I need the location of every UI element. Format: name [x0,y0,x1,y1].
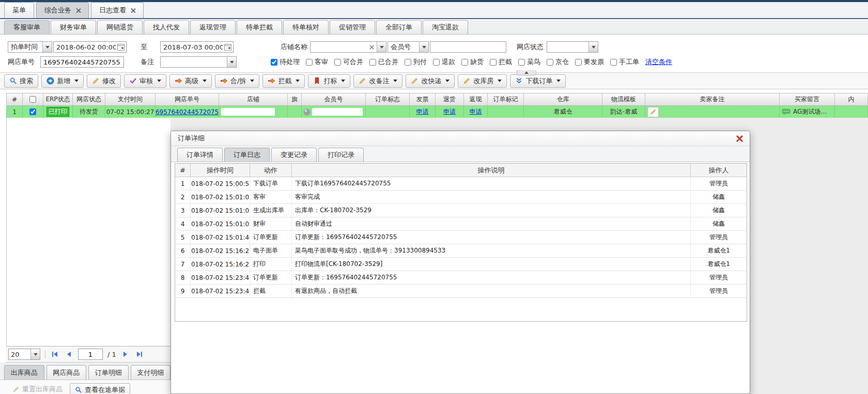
checkbox-input[interactable] [610,59,617,66]
module-tab-special-check[interactable]: 特单核对 [283,20,329,34]
last-page-button[interactable] [135,350,144,359]
calendar-icon[interactable] [223,43,233,51]
search-button[interactable]: 搜索 [4,74,38,88]
checkbox-pending[interactable]: 待处理 [271,57,300,67]
col-return[interactable]: 退货 [436,93,464,105]
checkbox-input[interactable] [547,59,553,66]
col-flag[interactable]: 旗 [288,93,302,105]
col-shop[interactable]: 店铺 [219,93,288,105]
col-seller-remark[interactable]: 卖家备注 [645,93,780,105]
edit-warehouse-button[interactable]: 改库房 [458,74,507,88]
col-order-no[interactable]: 网店单号 [156,93,219,105]
win-tab-log-view[interactable]: 日志查看 [91,2,144,18]
mark-button[interactable]: 打标 [308,74,350,88]
checkbox-input[interactable] [518,59,525,66]
page-input[interactable] [78,349,103,360]
col-invoice[interactable]: 发票 [410,93,436,105]
download-orders-button[interactable]: 下载订单 [510,74,566,88]
intercept-button[interactable]: 拦截 [262,74,305,88]
time-type-select[interactable]: 拍单时间 [8,41,52,53]
col-internal[interactable]: 内 [835,93,868,105]
checkbox-input[interactable] [490,59,497,66]
col-pay-time[interactable]: 支付时间 [105,93,156,105]
col-order-mark[interactable]: 订单标志 [366,93,410,105]
checkbox-input[interactable] [271,59,277,66]
clear-icon[interactable] [366,45,377,50]
tab-change-record[interactable]: 变更记录 [271,148,317,162]
checkbox-jd-warehouse[interactable]: 京仓 [547,57,569,67]
next-page-button[interactable] [121,350,130,359]
checkbox-input[interactable] [369,59,376,66]
checkbox-manual-order[interactable]: 手工单 [610,57,639,67]
log-row[interactable]: 7 2018-07-02 15:16:21 打印 打印物流单[CK-180702… [175,258,747,271]
checkbox-cainiao[interactable]: 菜鸟 [518,57,540,67]
chevron-down-icon[interactable] [227,57,236,67]
checkbox-input[interactable] [405,59,411,66]
return-apply-link[interactable]: 申请 [443,107,456,116]
checkbox-cod[interactable]: 到付 [405,57,427,67]
date-to-input[interactable]: 2018-07-03 00:00 [160,41,234,53]
calendar-icon[interactable] [116,43,126,51]
chevron-down-icon[interactable] [377,42,386,52]
close-icon[interactable] [75,8,81,13]
tab-payment-detail[interactable]: 支付明细 [131,365,171,380]
checkbox-out-of-stock[interactable]: 缺货 [461,57,484,67]
order-row-selected[interactable]: 1 已打印 待发货 07-02 15:00:27 169576402445720… [6,106,868,118]
log-row[interactable]: 9 2018-07-02 15:23:41 拦截 有退款商品，自动拦截 管理员 [175,285,747,298]
checkbox-input[interactable] [334,59,341,66]
view-transit-button[interactable]: 查看在途单据 [70,383,130,394]
checkbox-intercept[interactable]: 拦截 [490,57,512,67]
tab-outbound-goods[interactable]: 出库商品 [4,365,44,380]
checkbox-merged[interactable]: 已合并 [369,57,398,67]
checkbox-input[interactable] [433,59,440,66]
close-icon[interactable] [736,135,743,143]
log-row[interactable]: 3 2018-07-02 15:01:03 生成出库单 出库单：CK-18070… [175,204,747,217]
checkbox-input[interactable] [461,59,468,66]
page-size-select[interactable]: 20 [8,349,40,360]
col-erp-status[interactable]: ERP状态 [43,93,73,105]
prev-page-button[interactable] [64,350,73,359]
module-tab-cs-review[interactable]: 客服审单 [4,20,50,34]
advanced-button[interactable]: 高级 [169,74,212,88]
log-row[interactable]: 5 2018-07-02 15:01:40 订单更新 订单更新：16957640… [175,231,747,244]
select-all-checkbox[interactable] [29,96,36,103]
add-button[interactable]: 新增 [41,74,84,88]
rebate-apply-link[interactable]: 申请 [470,107,482,116]
module-tab-promotion[interactable]: 促销管理 [330,20,375,34]
col-rebate[interactable]: 返现 [464,93,488,105]
tab-shop-goods[interactable]: 网店商品 [47,365,87,380]
log-row[interactable]: 1 2018-07-02 15:00:57 下载订单 下载订单169576402… [175,177,747,191]
shop-status-select[interactable] [547,41,598,53]
edit-button[interactable]: 修改 [87,74,121,88]
first-page-button[interactable] [50,350,59,359]
edit-remark-button[interactable]: 改备注 [353,74,402,88]
col-index[interactable]: # [7,93,23,105]
log-row[interactable]: 4 2018-07-02 15:01:03 财审 自动财审通过 储鑫 [175,217,747,231]
edit-remark-icon-button[interactable] [647,107,659,117]
member-id-input[interactable] [430,41,506,53]
checkbox-cs-review[interactable]: 客审 [306,57,328,67]
tab-print-record[interactable]: 打印记录 [318,148,364,162]
log-row[interactable]: 8 2018-07-02 15:23:41 订单更新 订单更新：16957640… [175,271,747,285]
clear-conditions-link[interactable]: 清空条件 [645,57,672,67]
collapse-filter-handle[interactable] [517,70,536,75]
col-order-tag[interactable]: 订单标记 [488,93,524,105]
col-buyer-message[interactable]: 买家留言 [780,93,835,105]
module-tab-dropship[interactable]: 找人代发 [144,20,189,34]
checkbox-input[interactable] [306,59,313,66]
invoice-apply-link[interactable]: 申请 [416,107,429,116]
tab-order-info[interactable]: 订单详情 [177,148,223,162]
col-member[interactable]: 会员号 [302,93,366,105]
module-tab-special-intercept[interactable]: 特单拦截 [237,20,282,34]
chevron-down-icon[interactable] [30,349,40,359]
chevron-down-icon[interactable] [42,42,52,52]
checkbox-mergeable[interactable]: 可合并 [334,57,363,67]
edit-courier-button[interactable]: 改快递 [406,74,455,88]
module-tab-finance-review[interactable]: 财务审单 [51,20,96,34]
shop-name-select[interactable] [310,41,386,53]
order-no-link[interactable]: 169576402445720755 [156,108,219,116]
checkbox-input[interactable] [575,59,582,66]
checkbox-refund[interactable]: 退款 [433,57,455,67]
date-from-input[interactable]: 2018-06-02 00:00 [53,41,127,53]
col-warehouse[interactable]: 仓库 [524,93,602,105]
